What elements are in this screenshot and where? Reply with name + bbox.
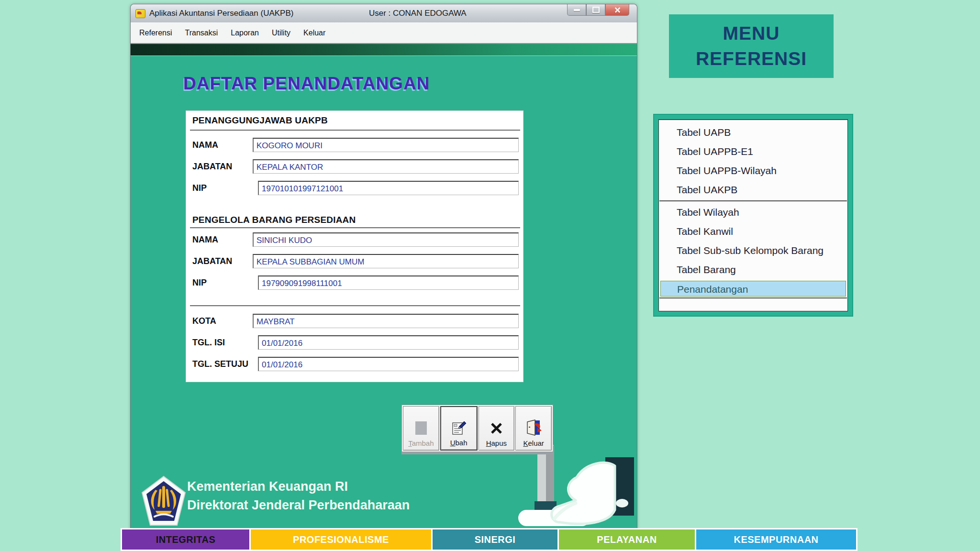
page-title: DAFTAR PENANDATANGAN xyxy=(183,74,430,94)
menu-separator xyxy=(659,298,847,299)
logged-in-user: User : CONAN EDOGAWA xyxy=(369,9,467,18)
field-label-jabatan: JABATAN xyxy=(192,256,232,266)
value-pelayanan: PELAYANAN xyxy=(559,529,695,550)
value-kesempurnaan: KESEMPURNAAN xyxy=(696,529,856,550)
keluar-button[interactable]: Keluar xyxy=(515,406,552,451)
input-nama-pengelola[interactable]: SINICHI KUDO xyxy=(253,232,519,247)
input-nama-penanggungjawab[interactable]: KOGORO MOURI xyxy=(253,138,519,152)
maximize-button[interactable] xyxy=(586,4,605,16)
value-sinergi: SINERGI xyxy=(433,529,557,550)
section-divider xyxy=(190,305,520,307)
section-divider xyxy=(190,130,520,131)
signatories-form-panel: PENANGGUNGJAWAB UAKPB NAMA KOGORO MOURI … xyxy=(186,110,523,382)
referensi-menu-panel: Tabel UAPB Tabel UAPPB-E1 Tabel UAPPB-Wi… xyxy=(653,114,853,317)
menu-utility[interactable]: Utility xyxy=(272,29,290,37)
menu-transaksi[interactable]: Transaksi xyxy=(185,29,218,37)
menu-item-tabel-uappb-wilayah[interactable]: Tabel UAPPB-Wilayah xyxy=(659,161,847,180)
input-kota[interactable]: MAYBRAT xyxy=(253,314,519,328)
tambah-button[interactable]: Tambah xyxy=(403,406,439,451)
menu-item-tabel-wilayah[interactable]: Tabel Wilayah xyxy=(659,203,847,222)
value-profesionalisme: PROFESIONALISME xyxy=(251,529,431,550)
menu-laporan[interactable]: Laporan xyxy=(231,29,259,37)
keluar-label: Keluar xyxy=(523,439,544,447)
menu-referensi-heading: MENU REFERENSI xyxy=(669,14,834,78)
minimize-icon xyxy=(574,9,580,11)
window-title: Aplikasi Akuntansi Persediaan (UAKPB) xyxy=(149,9,293,18)
kemenkeu-logo xyxy=(141,475,186,527)
minimize-button[interactable] xyxy=(567,4,586,16)
gradient-banner xyxy=(131,44,637,55)
input-nip-penanggungjawab[interactable]: 197010101997121001 xyxy=(258,181,519,195)
section-header-penanggungjawab: PENANGGUNGJAWAB UAKPB xyxy=(192,115,328,126)
app-window: Aplikasi Akuntansi Persediaan (UAKPB) Us… xyxy=(130,4,637,530)
input-jabatan-pengelola[interactable]: KEPALA SUBBAGIAN UMUM xyxy=(253,254,519,268)
title-bar[interactable]: Aplikasi Akuntansi Persediaan (UAKPB) Us… xyxy=(131,4,637,22)
field-label-nip: NIP xyxy=(192,278,207,288)
menu-referensi[interactable]: Referensi xyxy=(139,29,172,37)
hapus-label: Hapus xyxy=(486,439,507,447)
brand-line-1: Kementerian Keuangan RI xyxy=(187,479,410,494)
menu-keluar[interactable]: Keluar xyxy=(303,29,325,37)
section-header-pengelola: PENGELOLA BARANG PERSEDIAAN xyxy=(192,215,356,225)
action-button-panel: Tambah Ubah xyxy=(401,405,553,454)
field-label-nip: NIP xyxy=(192,183,207,193)
hapus-button[interactable]: Hapus xyxy=(479,406,515,451)
heading-line-1: MENU xyxy=(723,21,780,46)
window-controls xyxy=(567,4,629,16)
referensi-menu-list: Tabel UAPB Tabel UAPPB-E1 Tabel UAPPB-Wi… xyxy=(658,119,848,311)
menu-item-tabel-sub-sub-kelompok-barang[interactable]: Tabel Sub-sub Kelompok Barang xyxy=(659,241,847,260)
close-icon xyxy=(614,7,621,13)
menu-separator xyxy=(659,200,847,202)
tambah-label: Tambah xyxy=(408,439,434,447)
brand-text: Kementerian Keuangan RI Direktorat Jende… xyxy=(187,479,410,513)
menu-item-tabel-uakpb[interactable]: Tabel UAKPB xyxy=(659,180,847,199)
section-divider xyxy=(190,227,520,229)
screen: Aplikasi Akuntansi Persediaan (UAKPB) Us… xyxy=(0,0,980,551)
menu-bar: Referensi Transaksi Laporan Utility Kelu… xyxy=(131,22,637,44)
ubah-label: Ubah xyxy=(450,439,468,447)
field-label-nama: NAMA xyxy=(192,140,218,150)
input-nip-pengelola[interactable]: 197909091998111001 xyxy=(258,276,519,290)
input-tgl-isi[interactable]: 01/01/2016 xyxy=(258,335,519,350)
heading-line-2: REFERENSI xyxy=(696,46,807,72)
field-label-kota: KOTA xyxy=(192,316,216,326)
field-label-tgl-isi: TGL. ISI xyxy=(192,338,225,348)
menu-item-tabel-uappb-e1[interactable]: Tabel UAPPB-E1 xyxy=(659,142,847,161)
input-jabatan-penanggungjawab[interactable]: KEPALA KANTOR xyxy=(253,159,519,174)
ubah-button[interactable]: Ubah xyxy=(440,406,478,451)
edit-icon xyxy=(451,417,467,439)
menu-item-tabel-uapb[interactable]: Tabel UAPB xyxy=(659,123,847,142)
menu-item-penandatangan-selected[interactable]: Penandatangan xyxy=(660,281,846,297)
add-icon xyxy=(415,417,427,439)
brand-line-2: Direktorat Jenderal Perbendaharaan xyxy=(187,498,410,513)
menu-item-tabel-barang[interactable]: Tabel Barang xyxy=(659,260,847,279)
delete-icon xyxy=(490,417,502,439)
close-button[interactable] xyxy=(605,4,629,16)
maximize-icon xyxy=(592,7,600,13)
field-label-tgl-setuju: TGL. SETUJU xyxy=(192,359,248,369)
value-integritas: INTEGRITAS xyxy=(122,529,249,550)
field-label-jabatan: JABATAN xyxy=(192,162,232,172)
menu-item-tabel-kanwil[interactable]: Tabel Kanwil xyxy=(659,222,847,241)
values-bar: INTEGRITAS PROFESIONALISME SINERGI PELAY… xyxy=(121,528,858,551)
input-tgl-setuju[interactable]: 01/01/2016 xyxy=(258,357,519,371)
exit-door-icon xyxy=(524,417,543,439)
client-area: DAFTAR PENANDATANGAN PENANGGUNGJAWAB UAK… xyxy=(131,55,637,529)
field-label-nama: NAMA xyxy=(192,235,218,245)
app-icon xyxy=(135,9,145,18)
